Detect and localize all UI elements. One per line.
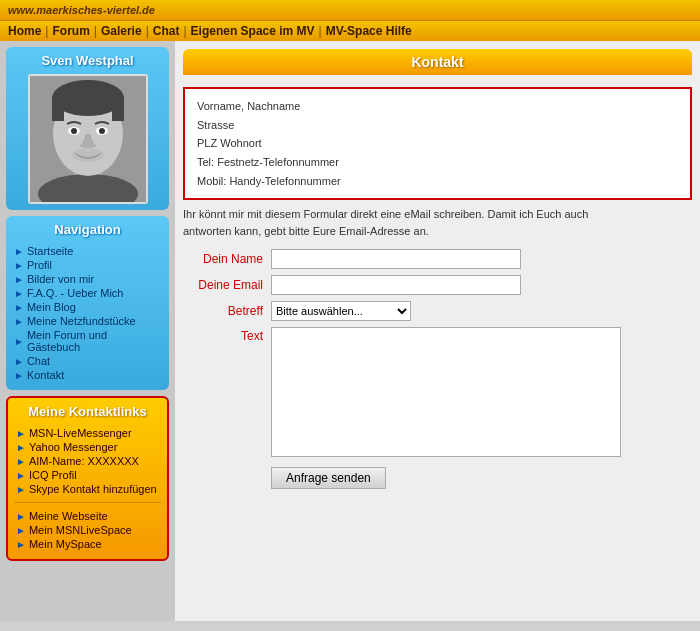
nav-item-chat[interactable]: ► Chat [14, 354, 161, 368]
top-content-row: Vorname, Nachname Strasse PLZ Wohnort Te… [183, 83, 692, 200]
subject-select[interactable]: Bitte auswählen...Allgemeine AnfrageSons… [271, 301, 411, 321]
bullet-icon: ► [16, 456, 26, 467]
nav-item-blog[interactable]: ► Mein Blog [14, 300, 161, 314]
nav-sep-1: | [45, 24, 48, 38]
nav-sep-3: | [146, 24, 149, 38]
nav-sep-5: | [319, 24, 322, 38]
nav-item-startseite[interactable]: ► Startseite [14, 244, 161, 258]
text-label: Text [183, 327, 263, 343]
bullet-icon: ► [14, 260, 24, 271]
navigation-title: Navigation [12, 222, 163, 237]
address-line-2: PLZ Wohnort [197, 134, 678, 153]
subject-label: Betreff [183, 304, 263, 318]
form-area: Ihr könnt mir mit diesem Formular direkt… [183, 200, 692, 495]
nav-link-startseite[interactable]: Startseite [27, 245, 73, 257]
kontakt-item-icq[interactable]: ► ICQ Profil [16, 468, 159, 482]
bullet-icon: ► [16, 442, 26, 453]
nav-item-kontakt[interactable]: ► Kontakt [14, 368, 161, 382]
nav-item-faq[interactable]: ► F.A.Q. - Ueber Mich [14, 286, 161, 300]
nav-chat[interactable]: Chat [153, 24, 180, 38]
kontakt-item-aim[interactable]: ► AIM-Name: XXXXXXX [16, 454, 159, 468]
bullet-icon: ► [14, 274, 24, 285]
bullet-icon: ► [14, 246, 24, 257]
kontakt-link-msnlive[interactable]: Mein MSNLiveSpace [29, 524, 132, 536]
contact-info-card: Vorname, Nachname Strasse PLZ Wohnort Te… [183, 87, 692, 200]
nav-mv-space-hilfe[interactable]: MV-Space Hilfe [326, 24, 412, 38]
nav-item-bilder[interactable]: ► Bilder von mir [14, 272, 161, 286]
kontakt-link-skype[interactable]: Skype Kontakt hinzufügen [29, 483, 157, 495]
form-intro-text: Ihr könnt mir mit diesem Formular direkt… [183, 206, 613, 239]
name-input[interactable] [271, 249, 521, 269]
kontakt-item-msn[interactable]: ► MSN-LiveMessenger [16, 426, 159, 440]
kontakt-header: Kontakt [183, 49, 692, 75]
nav-home[interactable]: Home [8, 24, 41, 38]
form-row-subject: Betreff Bitte auswählen...Allgemeine Anf… [183, 301, 692, 321]
svg-point-10 [99, 128, 105, 134]
nav-sep-4: | [183, 24, 186, 38]
form-row-email: Deine Email [183, 275, 692, 295]
bullet-icon: ► [14, 356, 24, 367]
nav-item-netzfund[interactable]: ► Meine Netzfundstücke [14, 314, 161, 328]
kontakt-item-skype[interactable]: ► Skype Kontakt hinzufügen [16, 482, 159, 496]
email-input[interactable] [271, 275, 521, 295]
main-container: Sven Westphal [0, 41, 700, 621]
email-label: Deine Email [183, 278, 263, 292]
nav-link-bilder[interactable]: Bilder von mir [27, 273, 94, 285]
bullet-icon: ► [14, 316, 24, 327]
nav-link-kontakt[interactable]: Kontakt [27, 369, 64, 381]
submit-row: Anfrage senden [271, 467, 692, 489]
bullet-icon: ► [16, 484, 26, 495]
kontakt-item-msnlive[interactable]: ► Mein MSNLiveSpace [16, 523, 159, 537]
form-row-text: Text [183, 327, 692, 457]
kontakt-link-webseite[interactable]: Meine Webseite [29, 510, 108, 522]
profile-name: Sven Westphal [41, 53, 133, 68]
svg-point-11 [72, 148, 104, 162]
url-text: www.maerkisches-viertel.de [8, 4, 155, 16]
kontakt-link-msn[interactable]: MSN-LiveMessenger [29, 427, 132, 439]
kontaktlinks-box: Meine Kontaktlinks ► MSN-LiveMessenger ►… [6, 396, 169, 561]
navigation-list: ► Startseite ► Profil ► Bilder von mir ►… [12, 242, 163, 384]
bullet-icon: ► [14, 302, 24, 313]
profile-image [30, 76, 146, 202]
nav-eigenen-space[interactable]: Eigenen Space im MV [191, 24, 315, 38]
nav-link-netzfund[interactable]: Meine Netzfundstücke [27, 315, 136, 327]
bullet-icon: ► [14, 336, 24, 347]
kontakt-link-aim[interactable]: AIM-Name: XXXXXXX [29, 455, 139, 467]
address-line-4: Mobil: Handy-Telefonnummer [197, 172, 678, 191]
content-right: Kontakt Vorname, Nachname Strasse PLZ Wo… [175, 41, 700, 621]
submit-button[interactable]: Anfrage senden [271, 467, 386, 489]
text-textarea[interactable] [271, 327, 621, 457]
site-url: www.maerkisches-viertel.de [0, 0, 700, 20]
nav-item-profil[interactable]: ► Profil [14, 258, 161, 272]
sidebar: Sven Westphal [0, 41, 175, 621]
kontakt-link-myspace[interactable]: Mein MySpace [29, 538, 102, 550]
kontakt-item-yahoo[interactable]: ► Yahoo Messenger [16, 440, 159, 454]
nav-link-forum[interactable]: Mein Forum und Gästebuch [27, 329, 161, 353]
kontaktlinks-list-1: ► MSN-LiveMessenger ► Yahoo Messenger ► … [14, 424, 161, 498]
nav-link-profil[interactable]: Profil [27, 259, 52, 271]
nav-link-chat[interactable]: Chat [27, 355, 50, 367]
nav-item-forum[interactable]: ► Mein Forum und Gästebuch [14, 328, 161, 354]
kontaktlinks-list-2: ► Meine Webseite ► Mein MSNLiveSpace ► M… [14, 507, 161, 553]
address-line-3: Tel: Festnetz-Telefonnummer [197, 153, 678, 172]
bullet-icon: ► [16, 511, 26, 522]
address-line-0: Vorname, Nachname [197, 97, 678, 116]
kontakt-item-webseite[interactable]: ► Meine Webseite [16, 509, 159, 523]
kontakt-item-myspace[interactable]: ► Mein MySpace [16, 537, 159, 551]
kontakt-separator [14, 502, 161, 503]
nav-link-blog[interactable]: Mein Blog [27, 301, 76, 313]
form-row-name: Dein Name [183, 249, 692, 269]
kontakt-link-yahoo[interactable]: Yahoo Messenger [29, 441, 117, 453]
nav-galerie[interactable]: Galerie [101, 24, 142, 38]
profile-photo [28, 74, 148, 204]
nav-link-faq[interactable]: F.A.Q. - Ueber Mich [27, 287, 124, 299]
profile-box: Sven Westphal [6, 47, 169, 210]
svg-rect-5 [52, 96, 64, 121]
bullet-icon: ► [16, 428, 26, 439]
bullet-icon: ► [16, 539, 26, 550]
nav-sep-2: | [94, 24, 97, 38]
svg-point-9 [71, 128, 77, 134]
kontakt-link-icq[interactable]: ICQ Profil [29, 469, 77, 481]
nav-forum[interactable]: Forum [52, 24, 89, 38]
bullet-icon: ► [14, 370, 24, 381]
